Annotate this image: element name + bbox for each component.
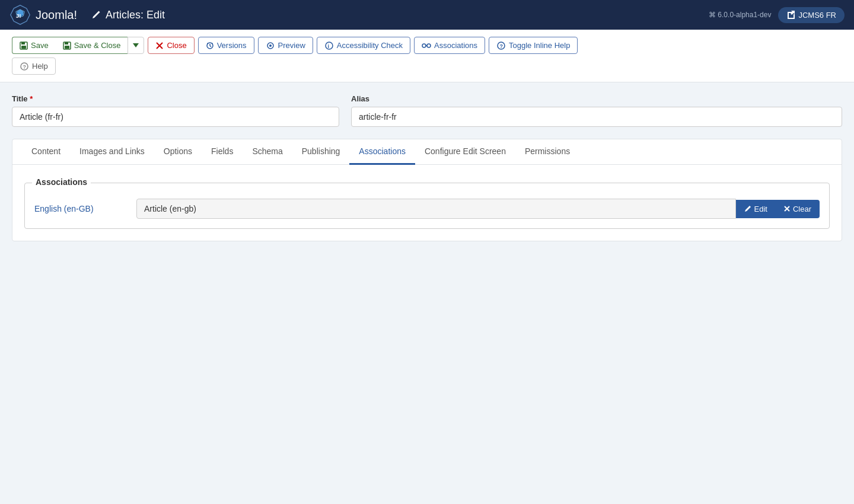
joomla-brand-text: Joomla! [36, 8, 77, 22]
svg-rect-2 [21, 42, 25, 44]
associations-panel: Associations English (en-GB) Edit [24, 183, 830, 229]
help-label: Help [32, 62, 48, 71]
tab-schema[interactable]: Schema [243, 139, 292, 165]
toolbar: Save Save & Close Close [0, 30, 854, 82]
external-link-icon [786, 11, 795, 19]
help-button[interactable]: ? Help [12, 58, 56, 75]
title-group: Title * [12, 94, 339, 127]
svg-rect-6 [65, 46, 69, 49]
edit-label: Edit [754, 205, 767, 213]
tab-content-panel: Associations English (en-GB) Edit [12, 165, 842, 241]
toggle-help-icon: ? [496, 42, 506, 50]
associations-toolbar-button[interactable]: Associations [414, 37, 485, 54]
clear-label: Clear [793, 205, 811, 213]
close-x-icon [155, 42, 164, 50]
association-input-wrapper: Edit Clear [136, 199, 820, 219]
top-navbar: J! Joomla! Articles: Edit ⌘ 6.0.0-alpha1… [0, 0, 854, 30]
svg-text:?: ? [23, 64, 27, 70]
association-row: English (en-GB) Edit [34, 199, 820, 219]
title-input[interactable] [12, 107, 339, 127]
edit-icon [744, 205, 751, 212]
save-label: Save [31, 41, 49, 50]
svg-text:i: i [327, 43, 329, 49]
chevron-down-icon [133, 43, 139, 47]
versions-button[interactable]: Versions [198, 37, 254, 54]
associations-toolbar-label: Associations [434, 41, 477, 50]
versions-icon [206, 42, 214, 50]
joomla-logo-icon: J! [9, 4, 31, 25]
user-button[interactable]: JCMS6 FR [778, 7, 845, 23]
edit-pencil-icon [91, 10, 101, 20]
accessibility-button[interactable]: i Accessibility Check [317, 37, 410, 54]
accessibility-label: Accessibility Check [337, 41, 403, 50]
save-close-button[interactable]: Save & Close [56, 37, 128, 54]
tabs-header: Content Images and Links Options Fields … [12, 139, 842, 165]
title-label: Title * [12, 94, 339, 103]
save-button[interactable]: Save [12, 37, 56, 54]
save-dropdown-button[interactable] [128, 37, 144, 54]
association-edit-button[interactable]: Edit [736, 200, 776, 218]
svg-rect-3 [21, 46, 26, 49]
svg-rect-5 [65, 42, 68, 44]
form-fields-row: Title * Alias [12, 94, 842, 127]
association-clear-button[interactable]: Clear [776, 200, 820, 218]
save-close-label: Save & Close [74, 41, 121, 50]
tab-fields[interactable]: Fields [202, 139, 243, 165]
preview-icon [266, 42, 275, 50]
svg-point-14 [422, 44, 426, 47]
save-close-icon [63, 42, 71, 50]
main-content: Title * Alias Content Images and Links O… [0, 82, 854, 253]
close-button[interactable]: Close [148, 37, 194, 54]
toggle-help-button[interactable]: ? Toggle Inline Help [489, 37, 578, 54]
association-article-input[interactable] [136, 199, 736, 219]
association-language-label: English (en-GB) [34, 204, 129, 213]
version-text: ⌘ 6.0.0-alpha1-dev [709, 11, 771, 19]
preview-button[interactable]: Preview [258, 37, 313, 54]
svg-text:?: ? [500, 43, 504, 49]
save-group: Save Save & Close [12, 37, 144, 54]
page-title: Articles: Edit [91, 9, 709, 21]
tab-images[interactable]: Images and Links [70, 139, 154, 165]
tab-options[interactable]: Options [154, 139, 202, 165]
tab-associations[interactable]: Associations [349, 139, 415, 165]
tab-publishing[interactable]: Publishing [292, 139, 350, 165]
svg-text:J!: J! [16, 12, 21, 19]
title-required-star: * [30, 94, 33, 103]
associations-panel-title: Associations [32, 177, 91, 187]
alias-label: Alias [351, 94, 842, 103]
top-right-area: ⌘ 6.0.0-alpha1-dev JCMS6 FR [709, 7, 845, 23]
preview-label: Preview [278, 41, 305, 50]
logo-area: J! Joomla! [9, 4, 77, 25]
accessibility-icon: i [324, 42, 334, 50]
toggle-help-label: Toggle Inline Help [509, 41, 570, 50]
tab-content[interactable]: Content [22, 139, 70, 165]
tab-configure[interactable]: Configure Edit Screen [415, 139, 515, 165]
alias-group: Alias [351, 94, 842, 127]
tab-permissions[interactable]: Permissions [515, 139, 579, 165]
close-label: Close [167, 41, 186, 50]
svg-point-15 [427, 44, 431, 47]
versions-label: Versions [217, 41, 247, 50]
user-label: JCMS6 FR [798, 11, 836, 20]
alias-input[interactable] [351, 107, 842, 127]
tabs-container: Content Images and Links Options Fields … [12, 139, 842, 241]
svg-point-11 [269, 44, 272, 47]
associations-icon [422, 42, 431, 50]
save-icon [20, 42, 28, 50]
clear-x-icon [784, 206, 790, 212]
help-icon: ? [20, 62, 29, 71]
